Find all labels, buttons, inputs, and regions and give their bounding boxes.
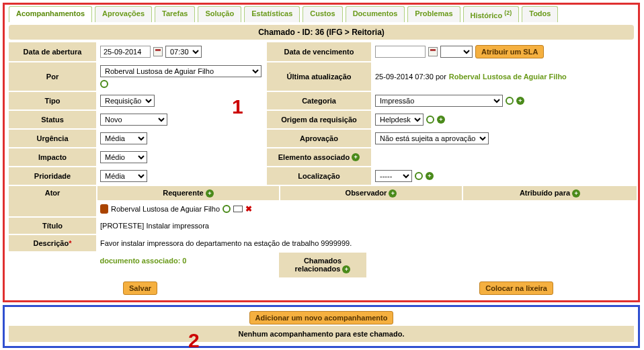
requerente-name: Roberval Lustosa de Aguiar Filho <box>111 205 220 213</box>
label-titulo: Título <box>9 218 96 234</box>
user-icon <box>100 204 108 214</box>
delete-icon[interactable]: ✖ <box>245 204 252 214</box>
tab-aprovacoes[interactable]: Aprovações <box>95 6 152 22</box>
tab-problemas[interactable]: Problemas <box>407 6 460 22</box>
label-ultima-atualizacao: Última atualização <box>267 62 371 91</box>
salvar-button[interactable]: Salvar <box>123 281 157 295</box>
select-status[interactable]: Novo <box>100 114 167 126</box>
reload-icon[interactable] <box>426 116 434 124</box>
label-urgencia: Urgência <box>9 130 96 147</box>
tab-custos[interactable]: Custos <box>303 6 342 22</box>
add-acompanhamento-button[interactable]: Adicionar um novo acompanhamento <box>249 311 394 324</box>
select-aprovacao[interactable]: Não está sujeita a aprovação <box>375 132 489 144</box>
label-chamados-rel: Chamados relacionados + <box>279 253 366 277</box>
calendar-icon[interactable] <box>153 47 163 56</box>
reload-icon[interactable] <box>415 172 423 180</box>
label-origem: Origem da requisição <box>267 111 371 128</box>
titulo-value: [PROTESTE] Instalar impressora <box>100 222 209 230</box>
label-descricao: Descrição* <box>9 235 96 251</box>
add-icon[interactable]: + <box>342 265 350 273</box>
select-origem[interactable]: Helpdesk <box>375 114 424 126</box>
no-followup-message: Nenhum acompanhamento para este chamado. <box>9 326 634 342</box>
descricao-value: Favor instalar impressora do departament… <box>100 239 352 247</box>
select-prioridade[interactable]: Média <box>100 170 147 182</box>
label-elemento: Elemento associado + <box>267 148 371 166</box>
select-por[interactable]: Roberval Lustosa de Aguiar Filho <box>100 65 261 77</box>
add-icon[interactable]: + <box>426 172 434 180</box>
label-ator: Ator <box>9 186 96 216</box>
label-data-abertura: Data de abertura <box>9 42 96 61</box>
label-impacto: Impacto <box>9 148 96 166</box>
select-vencimento-time[interactable] <box>440 46 473 58</box>
tab-historico[interactable]: Histórico (2) <box>463 6 520 22</box>
select-tipo[interactable]: Requisição <box>100 95 155 107</box>
add-icon[interactable]: + <box>516 97 524 105</box>
label-aprovacao: Aprovação <box>267 130 371 147</box>
tab-acompanhamentos[interactable]: Acompanhamentos <box>9 6 92 22</box>
calendar-icon[interactable] <box>428 47 438 56</box>
label-categoria: Categoria <box>267 92 371 110</box>
label-tipo: Tipo <box>9 92 96 110</box>
reload-icon[interactable] <box>506 97 514 105</box>
select-categoria[interactable]: Impressão <box>375 95 503 107</box>
select-urgencia[interactable]: Média <box>100 132 147 144</box>
label-prioridade: Prioridade <box>9 167 96 185</box>
add-icon[interactable]: + <box>206 189 214 198</box>
header-requerente: Requerente + <box>97 186 279 200</box>
reload-icon[interactable] <box>100 80 108 88</box>
envelope-icon[interactable] <box>233 206 243 212</box>
label-localizacao: Localização <box>267 167 371 185</box>
header-atribuido: Atribuído para + <box>463 186 637 200</box>
tab-todos[interactable]: Todos <box>522 6 558 22</box>
lixeira-button[interactable]: Colocar na lixeira <box>479 281 553 295</box>
tab-solucao[interactable]: Solução <box>198 6 241 22</box>
tab-documentos[interactable]: Documentos <box>346 6 405 22</box>
ultima-date: 25-09-2014 07:30 por <box>375 73 446 81</box>
select-localizacao[interactable]: ----- <box>375 170 412 182</box>
historico-count: (2) <box>504 9 512 16</box>
input-abertura-date[interactable] <box>100 46 151 58</box>
add-icon[interactable]: + <box>389 189 397 198</box>
atribuir-sla-button[interactable]: Atribuir um SLA <box>475 45 544 58</box>
annotation-1: 1 <box>232 95 243 118</box>
ticket-header: Chamado - ID: 36 (IFG > Reitoria) <box>9 25 634 40</box>
header-observador: Observador + <box>280 186 462 200</box>
tab-bar: Acompanhamentos Aprovações Tarefas Soluç… <box>9 6 634 22</box>
tab-tarefas[interactable]: Tarefas <box>155 6 195 22</box>
label-status: Status <box>9 111 96 128</box>
label-data-vencimento: Data de vencimento <box>267 42 371 61</box>
section-1-ticket: Acompanhamentos Aprovações Tarefas Soluç… <box>3 3 640 302</box>
annotation-2: 2 <box>188 329 200 350</box>
ultima-user-link[interactable]: Roberval Lustosa de Aguiar Filho <box>449 73 567 81</box>
doc-associado-link[interactable]: documento associado: 0 <box>100 257 187 265</box>
add-icon[interactable]: + <box>437 116 445 124</box>
input-vencimento-date[interactable] <box>375 46 426 58</box>
select-impacto[interactable]: Médio <box>100 151 147 163</box>
tab-estatisticas[interactable]: Estatísticas <box>244 6 300 22</box>
add-icon[interactable]: + <box>572 189 580 198</box>
add-icon[interactable]: + <box>352 153 360 161</box>
reload-icon[interactable] <box>223 205 231 213</box>
section-2-followups: Adicionar um novo acompanhamento Nenhum … <box>3 305 640 348</box>
label-por: Por <box>9 62 96 91</box>
select-abertura-time[interactable]: 07:30 <box>165 46 202 58</box>
